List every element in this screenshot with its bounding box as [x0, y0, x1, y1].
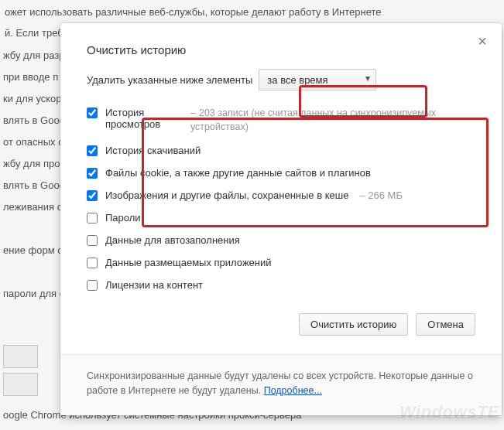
- clear-option-size: – 266 МБ: [359, 189, 403, 201]
- clear-option-checkbox[interactable]: [87, 168, 98, 179]
- clear-option-label: Пароли: [105, 212, 141, 224]
- dialog-footer: Синхронизированные данные будут удалены …: [60, 354, 502, 415]
- learn-more-link[interactable]: Подробнее...: [264, 385, 322, 396]
- clear-option-row: Данные для автозаполнения: [87, 229, 475, 251]
- clear-history-dialog: × Очистить историю Удалить указанные ниж…: [60, 23, 502, 415]
- clear-option-checkbox[interactable]: [87, 190, 98, 201]
- clear-history-button[interactable]: Очистить историю: [299, 313, 408, 336]
- clear-option-label: Файлы cookie, а также другие данные сайт…: [105, 167, 371, 179]
- clear-option-checkbox[interactable]: [87, 108, 98, 118]
- clear-option-checkbox[interactable]: [87, 213, 98, 224]
- clear-option-label: Лицензии на контент: [105, 279, 203, 291]
- cancel-button[interactable]: Отмена: [416, 313, 475, 336]
- clear-option-checkbox[interactable]: [87, 280, 98, 291]
- clear-option-row: История скачиваний: [87, 139, 475, 162]
- clear-option-checkbox[interactable]: [87, 145, 98, 156]
- clear-option-checkbox[interactable]: [87, 258, 98, 268]
- clear-option-row: Данные размещаемых приложений: [87, 251, 475, 274]
- clear-option-label: Данные размещаемых приложений: [105, 257, 272, 268]
- clear-option-label: Изображения и другие файлы, сохраненные …: [105, 189, 348, 201]
- clear-option-row: Лицензии на контент: [87, 274, 475, 296]
- clear-options-list: История просмотров–203 записи (не считая…: [87, 101, 475, 296]
- clear-option-label: Данные для автозаполнения: [105, 234, 240, 246]
- clear-option-row: Изображения и другие файлы, сохраненные …: [87, 184, 475, 206]
- clear-option-subtext: –203 записи (не считая данных на синхрон…: [190, 107, 475, 134]
- close-button[interactable]: ×: [474, 34, 491, 51]
- clear-option-row: Пароли: [87, 206, 475, 229]
- clear-option-label: История просмотров: [105, 107, 183, 130]
- clear-option-row: История просмотров–203 записи (не считая…: [87, 101, 475, 139]
- time-range-select[interactable]: за все время: [259, 69, 376, 90]
- clear-option-label: История скачиваний: [105, 145, 201, 156]
- clear-option-row: Файлы cookie, а также другие данные сайт…: [87, 162, 475, 184]
- clear-option-checkbox[interactable]: [87, 235, 98, 246]
- time-range-label: Удалить указанные ниже элементы: [87, 74, 252, 86]
- dialog-title: Очистить историю: [87, 43, 475, 56]
